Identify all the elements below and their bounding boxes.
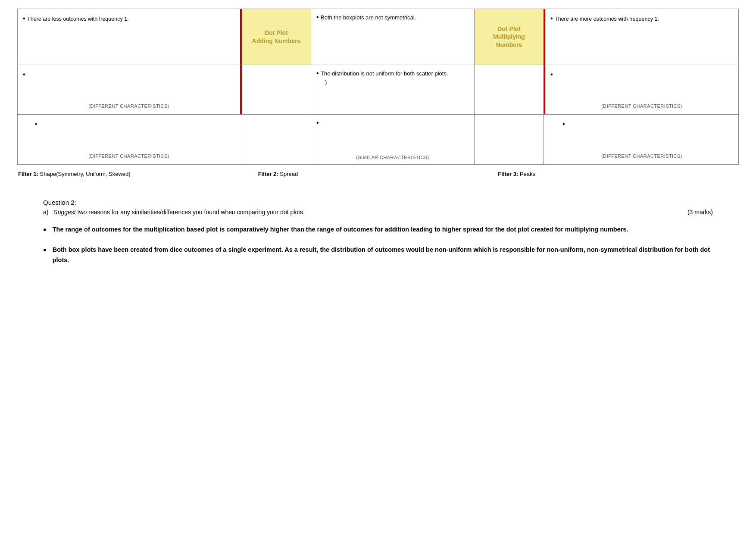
left-yellow-cell-top: Dot Plot Adding Numbers bbox=[242, 9, 311, 65]
center-middle-row: The distribution is not uniform for both… bbox=[311, 65, 474, 115]
left-top-bullet bbox=[23, 16, 27, 22]
question-sub-a-text: a) Suggest two reasons for any similarit… bbox=[43, 209, 305, 216]
right-top-row: Dot Plot Multiplying Numbers There are m… bbox=[475, 9, 738, 65]
filter1-value: Shape(Symmetry, Uniform, Skewed) bbox=[40, 171, 131, 177]
filter2-value: Spread bbox=[280, 171, 298, 177]
bullet1-dot: • bbox=[43, 225, 47, 235]
filter1: Filter 1: Shape(Symmetry, Uniform, Skewe… bbox=[18, 171, 258, 177]
center-text1: Both the boxplots are not symmetrical. bbox=[321, 14, 416, 21]
left-middle-text-cell: (DIFFERENT CHARACTERISTICS) bbox=[18, 65, 240, 114]
comparison-table: There are less outcomes with frequency 1… bbox=[17, 9, 739, 165]
right-middle-text-cell: (DIFFERENT CHARACTERISTICS) bbox=[545, 65, 738, 114]
right-bottom-text-cell: (DIFFERENT CHARACTERISTICS) bbox=[545, 115, 738, 164]
center-bullet1: Both the boxplots are not symmetrical. bbox=[316, 13, 469, 21]
left-top-text: There are less outcomes with frequency 1… bbox=[27, 16, 129, 22]
left-yellow-text-top: Dot Plot Adding Numbers bbox=[252, 29, 301, 44]
right-middle-row: (DIFFERENT CHARACTERISTICS) bbox=[475, 65, 738, 115]
left-middle-row: (DIFFERENT CHARACTERISTICS) bbox=[18, 65, 311, 115]
left-section: There are less outcomes with frequency 1… bbox=[18, 9, 311, 164]
left-top-text-cell: There are less outcomes with frequency 1… bbox=[18, 9, 240, 65]
right-bottom-bullet bbox=[562, 122, 565, 128]
sub-a-marks: (3 marks) bbox=[687, 209, 713, 216]
right-yellow-empty-mid bbox=[475, 65, 544, 114]
question-title: Question 2: bbox=[43, 199, 713, 206]
left-bottom-bullet bbox=[35, 122, 37, 128]
center-top-row: Both the boxplots are not symmetrical. bbox=[311, 9, 474, 65]
center-section: Both the boxplots are not symmetrical. T… bbox=[311, 9, 475, 164]
left-bottom-right-empty bbox=[242, 115, 311, 164]
filter1-label: Filter 1: bbox=[18, 171, 38, 177]
left-top-row: There are less outcomes with frequency 1… bbox=[18, 9, 311, 65]
diagram-section: There are less outcomes with frequency 1… bbox=[17, 9, 739, 177]
right-top-text: There are more outcomes with frequency 1… bbox=[555, 16, 659, 22]
bullet-answer-2: • Both box plots have been created from … bbox=[43, 244, 713, 266]
right-bottom-label: (DIFFERENT CHARACTERISTICS) bbox=[601, 153, 682, 160]
right-top-text-cell: There are more outcomes with frequency 1… bbox=[545, 9, 738, 65]
bullet2-dot: • bbox=[43, 245, 47, 255]
center-bottom-row: (SIMILAR CHARACTERISTICS) bbox=[311, 115, 474, 164]
filter2: Filter 2: Spread bbox=[258, 171, 498, 177]
right-middle-bullet bbox=[550, 72, 553, 78]
filter3-value: Peaks bbox=[520, 171, 535, 177]
right-yellow-cell-top: Dot Plot Multiplying Numbers bbox=[475, 9, 544, 65]
left-middle-bullet bbox=[23, 72, 25, 78]
center-bottom-label: (SIMILAR CHARACTERISTICS) bbox=[356, 155, 429, 160]
bullet-answer-1: • The range of outcomes for the multipli… bbox=[43, 224, 713, 235]
left-bottom-row: (DIFFERENT CHARACTERISTICS) bbox=[18, 115, 311, 164]
filter-row: Filter 1: Shape(Symmetry, Uniform, Skewe… bbox=[17, 171, 739, 177]
center-bullet1-dot bbox=[316, 14, 321, 21]
right-top-bullet bbox=[550, 16, 555, 22]
right-bottom-left-empty bbox=[475, 115, 544, 164]
right-yellow-text-top: Dot Plot Multiplying Numbers bbox=[480, 25, 538, 49]
right-bottom-row: (DIFFERENT CHARACTERISTICS) bbox=[475, 115, 738, 164]
left-middle-label: (DIFFERENT CHARACTERISTICS) bbox=[88, 103, 169, 110]
left-bottom-text-cell: (DIFFERENT CHARACTERISTICS) bbox=[18, 115, 240, 164]
center-bullet2: The distribution is not uniform for both… bbox=[316, 69, 469, 77]
filter2-label: Filter 2: bbox=[258, 171, 278, 177]
right-middle-label: (DIFFERENT CHARACTERISTICS) bbox=[601, 103, 682, 110]
left-yellow-empty-mid bbox=[242, 65, 311, 114]
question-section: Question 2: a) Suggest two reasons for a… bbox=[17, 199, 739, 266]
sub-a-body: two reasons for any similarities/differe… bbox=[78, 209, 305, 216]
sub-a-underline: Suggest bbox=[53, 209, 75, 216]
sub-a-prefix: a) bbox=[43, 209, 48, 216]
filter3: Filter 3: Peaks bbox=[498, 171, 738, 177]
right-section: Dot Plot Multiplying Numbers There are m… bbox=[475, 9, 738, 164]
filter3-label: Filter 3: bbox=[498, 171, 518, 177]
center-text3: ) bbox=[316, 79, 469, 85]
center-bullet2-dot bbox=[316, 70, 321, 77]
left-bottom-label: (DIFFERENT CHARACTERISTICS) bbox=[88, 153, 169, 160]
question-sub-a: a) Suggest two reasons for any similarit… bbox=[43, 209, 713, 216]
center-bottom-bullet bbox=[316, 119, 319, 160]
center-text2: The distribution is not uniform for both… bbox=[321, 70, 448, 77]
bullet1-text: The range of outcomes for the multiplica… bbox=[53, 224, 628, 235]
bullet2-text: Both box plots have been created from di… bbox=[53, 244, 713, 266]
